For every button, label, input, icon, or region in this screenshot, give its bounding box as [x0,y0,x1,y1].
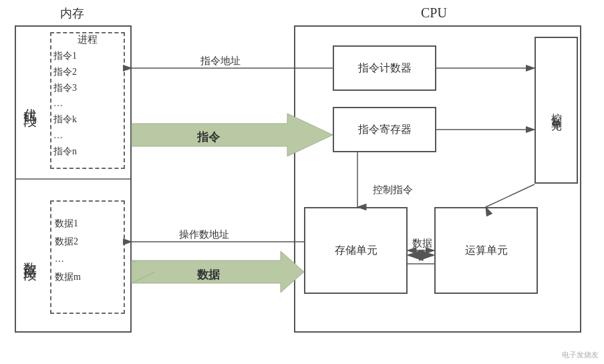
process-label: 进程 [72,33,103,46]
watermark: 电子发烧友 [562,350,599,360]
data-arrow-label: 数据 [197,267,220,283]
instr-3: 指令3 [53,80,77,96]
diagram-container: { "labels": { "memory": "内存", "cpu": "CP… [0,0,604,364]
data-dots: … [55,250,81,268]
instruction-register-box: 指令寄存器 [333,107,436,152]
instruction-counter-label: 指令计数器 [358,61,412,75]
data-between-label: 数据 [412,237,432,250]
svg-marker-11 [134,262,157,272]
memory-label: 内存 [60,5,84,21]
alu-label: 运算单元 [465,244,508,258]
data-list: 数据1 数据2 … 数据m [55,215,81,286]
control-unit-label: 控制单元 [549,105,563,116]
instr-addr-label: 指令地址 [200,55,241,67]
instr-k: 指令k [53,112,77,128]
instruction-counter-box: 指令计数器 [333,45,436,91]
instr-dots1: … [53,96,77,112]
instr-arrow-label: 指令 [197,130,220,145]
instr-2: 指令2 [53,64,77,80]
svg-marker-10 [132,260,155,283]
storage-unit-label: 存储单元 [335,244,378,258]
instr-1: 指令1 [53,48,77,64]
cpu-label: CPU [421,5,447,21]
op-addr-label: 操作数地址 [179,228,229,241]
data-2: 数据2 [55,233,81,251]
data-1: 数据1 [55,215,81,233]
instr-dots2: … [53,128,77,144]
code-segment-label: 代码段 [15,25,47,179]
instruction-register-label: 指令寄存器 [358,123,412,137]
storage-unit-box: 存储单元 [304,207,408,294]
instr-n: 指令n [53,144,77,160]
ctrl-instr-label: 控制指令 [373,184,413,196]
alu-box: 运算单元 [434,207,538,294]
control-unit-box: 控制单元 [535,37,578,184]
data-segment-label: 数据段 [15,179,47,333]
instruction-list: 指令1 指令2 指令3 … 指令k … 指令n [53,48,77,160]
data-m: 数据m [55,268,81,287]
watermark-text: 电子发烧友 [562,351,599,359]
